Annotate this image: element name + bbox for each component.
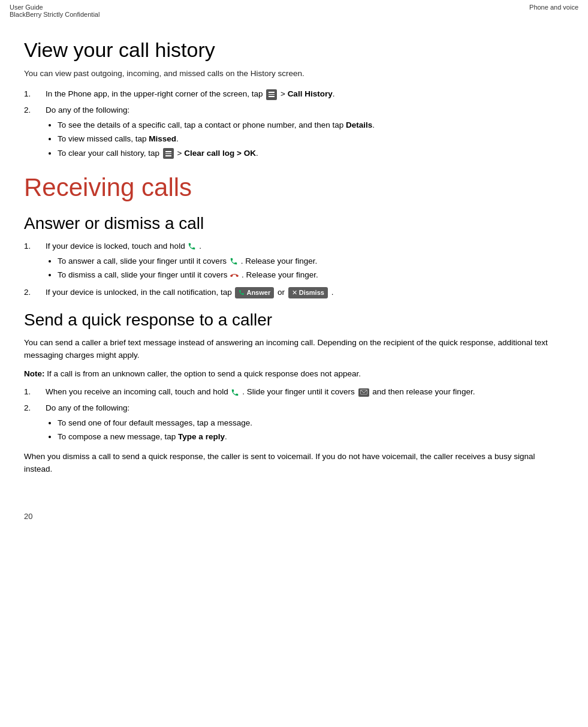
step-4-1: 1. When you receive an incoming call, to… (24, 386, 564, 398)
page-footer: 20 (0, 506, 588, 527)
step-content-2: Do any of the following: To see the deta… (46, 104, 564, 161)
section4-title: Send a quick response to a caller (24, 310, 564, 330)
page-header: User Guide BlackBerry Strictly Confident… (0, 0, 588, 20)
answer-btn-label: Answer (246, 288, 270, 298)
section1-bullets: To see the details of a specific call, t… (58, 119, 564, 160)
step-4-num-2: 2. (24, 402, 46, 445)
section3-title: Answer or dismiss a call (24, 214, 564, 233)
dismiss-button-icon: ✕ Dismiss (288, 287, 328, 298)
header-user-guide: User Guide (10, 4, 99, 11)
section1-title: View your call history (24, 38, 564, 62)
dot-line-1 (269, 92, 275, 93)
dismiss-x-symbol: ✕ (292, 288, 297, 298)
dot-line-3 (269, 96, 275, 97)
step-num-1: 1. (24, 88, 46, 100)
step-3-num-2: 2. (24, 286, 46, 298)
clear-call-log-label: Clear call log > OK (184, 149, 256, 158)
bullet-3: To clear your call history, tap > Clear … (58, 147, 564, 160)
note-label: Note: (24, 369, 45, 378)
quick-bullet-2: To compose a new message, tap Type a rep… (58, 430, 564, 444)
section4-intro: You can send a caller a brief text messa… (24, 337, 564, 362)
answer-button-icon: Answer (235, 287, 274, 298)
message-icon-svg (360, 390, 367, 396)
missed-label: Missed (149, 134, 176, 143)
phone-green-answer-icon (230, 257, 238, 266)
section2-title: Receiving calls (24, 173, 564, 202)
dot-line-a (165, 151, 171, 152)
header-right: Phone and voice (529, 4, 578, 18)
step-4-num-1: 1. (24, 386, 46, 398)
answer-bullet: To answer a call, slide your finger unti… (58, 255, 564, 268)
quick-bullet-1: To send one of four default messages, ta… (58, 417, 564, 430)
menu-icon (266, 89, 277, 100)
bullet-1: To see the details of a specific call, t… (58, 119, 564, 132)
step-3-content-1: If your device is locked, touch and hold… (46, 240, 564, 283)
menu-dots (269, 92, 275, 97)
phone-red-dismiss-icon (230, 272, 239, 280)
step-1-1: 1. In the Phone app, in the upper-right … (24, 88, 564, 100)
section4-note: Note: If a call is from an unknown calle… (24, 368, 564, 380)
page-number: 20 (24, 512, 32, 521)
dot-line-b (165, 153, 171, 155)
dot-line-c (165, 155, 171, 156)
step-4-content-2: Do any of the following: To send one of … (46, 402, 564, 445)
step-num-2: 2. (24, 104, 46, 161)
step-3-num-1: 1. (24, 240, 46, 283)
message-icon-box (358, 388, 369, 397)
menu-icon-2 (163, 148, 174, 159)
section3-steps: 1. If your device is locked, touch and h… (24, 240, 564, 299)
phone-green-icon (188, 242, 196, 251)
dot-line-2 (269, 94, 275, 95)
section3-bullets: To answer a call, slide your finger unti… (58, 255, 564, 282)
step-3-1: 1. If your device is locked, touch and h… (24, 240, 564, 283)
section4-steps: 1. When you receive an incoming call, to… (24, 386, 564, 445)
phone-green-icon-2 (231, 388, 239, 397)
step-4-2: 2. Do any of the following: To send one … (24, 402, 564, 445)
header-confidential: BlackBerry Strictly Confidential (10, 11, 99, 18)
section4-bullets: To send one of four default messages, ta… (58, 417, 564, 444)
step-content-1: In the Phone app, in the upper-right cor… (46, 88, 564, 100)
section4-closing: When you dismiss a call to send a quick … (24, 451, 564, 476)
note-content: If a call is from an unknown caller, the… (45, 369, 361, 378)
step-3-content-2: If your device is unlocked, in the call … (46, 286, 564, 298)
menu-dots-2 (165, 151, 171, 156)
bullet-2: To view missed calls, tap Missed. (58, 132, 564, 146)
dismiss-btn-label: Dismiss (299, 288, 324, 298)
page-content: View your call history You can view past… (0, 20, 588, 506)
call-history-label: Call History (288, 89, 333, 98)
step-3-2: 2. If your device is unlocked, in the ca… (24, 286, 564, 298)
step-4-content-1: When you receive an incoming call, touch… (46, 386, 564, 398)
section1-intro: You can view past outgoing, incoming, an… (24, 68, 564, 80)
section1-steps: 1. In the Phone app, in the upper-right … (24, 88, 564, 161)
step-1-2: 2. Do any of the following: To see the d… (24, 104, 564, 161)
dismiss-bullet: To dismiss a call, slide your finger unt… (58, 269, 564, 282)
answer-phone-svg (239, 289, 245, 295)
details-label: Details (346, 120, 372, 129)
header-left: User Guide BlackBerry Strictly Confident… (10, 4, 99, 18)
type-a-reply-label: Type a reply (178, 432, 225, 441)
